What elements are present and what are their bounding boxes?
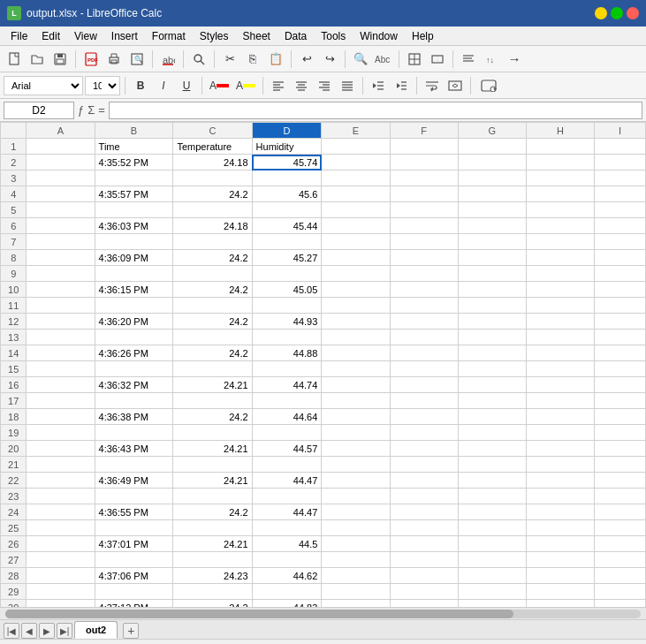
font-name-select[interactable]: Arial — [4, 76, 83, 95]
cell-A16[interactable] — [27, 377, 95, 393]
scroll-track[interactable] — [5, 610, 641, 618]
cell-G30[interactable] — [458, 600, 526, 608]
style-button[interactable]: ▼ — [475, 75, 502, 96]
cell-F22[interactable] — [390, 473, 458, 489]
align-justify-button[interactable] — [337, 75, 358, 96]
cell-C29[interactable] — [173, 584, 252, 600]
wrap-text-button[interactable] — [422, 75, 443, 96]
cell-E26[interactable] — [322, 536, 390, 552]
cell-G25[interactable] — [458, 520, 526, 536]
cell-H4[interactable] — [526, 186, 594, 202]
font-color-button[interactable]: A — [207, 75, 232, 96]
sort-asc-button[interactable]: ↑↓ — [481, 49, 502, 70]
cell-I9[interactable] — [595, 266, 646, 282]
cell-D21[interactable] — [252, 457, 322, 473]
cell-H13[interactable] — [526, 330, 594, 345]
cell-G1[interactable] — [458, 139, 526, 155]
cell-A11[interactable] — [27, 298, 95, 314]
cell-B22[interactable]: 4:36:49 PM — [95, 473, 173, 489]
cell-I10[interactable] — [595, 282, 646, 298]
cell-F30[interactable] — [390, 600, 458, 608]
row-number-16[interactable]: 16 — [1, 377, 27, 393]
cell-C12[interactable]: 24.2 — [173, 314, 252, 330]
row-number-25[interactable]: 25 — [1, 520, 27, 536]
tab-prev-button[interactable]: ◀ — [21, 623, 37, 639]
cell-C19[interactable] — [173, 425, 252, 441]
cell-F23[interactable] — [390, 489, 458, 504]
cell-H28[interactable] — [526, 568, 594, 584]
row-number-4[interactable]: 4 — [1, 186, 27, 202]
cell-F7[interactable] — [390, 234, 458, 250]
cell-E16[interactable] — [322, 377, 390, 393]
cell-A20[interactable] — [27, 441, 95, 457]
cell-E19[interactable] — [322, 425, 390, 441]
cell-E22[interactable] — [322, 473, 390, 489]
cell-I21[interactable] — [595, 457, 646, 473]
cell-H9[interactable] — [526, 266, 594, 282]
cell-I7[interactable] — [595, 234, 646, 250]
cell-H18[interactable] — [526, 409, 594, 425]
cell-D27[interactable] — [252, 552, 322, 568]
cell-E21[interactable] — [322, 457, 390, 473]
cell-G20[interactable] — [458, 441, 526, 457]
cell-G8[interactable] — [458, 250, 526, 266]
cell-B30[interactable]: 4:37:12 PM — [95, 600, 173, 608]
cell-E23[interactable] — [322, 489, 390, 504]
cell-F26[interactable] — [390, 536, 458, 552]
cell-G22[interactable] — [458, 473, 526, 489]
cell-A10[interactable] — [27, 282, 95, 298]
cell-C14[interactable]: 24.2 — [173, 345, 252, 361]
cell-F21[interactable] — [390, 457, 458, 473]
row-number-7[interactable]: 7 — [1, 234, 27, 250]
cell-E17[interactable] — [322, 393, 390, 409]
cell-G24[interactable] — [458, 504, 526, 520]
cell-G2[interactable] — [458, 155, 526, 170]
row-number-13[interactable]: 13 — [1, 330, 27, 345]
cell-G19[interactable] — [458, 425, 526, 441]
cell-A12[interactable] — [27, 314, 95, 330]
menu-window[interactable]: Window — [353, 28, 405, 44]
cell-F11[interactable] — [390, 298, 458, 314]
cell-B6[interactable]: 4:36:03 PM — [95, 218, 173, 234]
cell-I3[interactable] — [595, 170, 646, 186]
tab-first-button[interactable]: |◀ — [4, 623, 19, 639]
row-number-20[interactable]: 20 — [1, 441, 27, 457]
cell-A29[interactable] — [27, 584, 95, 600]
cell-B9[interactable] — [95, 266, 173, 282]
cell-B7[interactable] — [95, 234, 173, 250]
row-number-1[interactable]: 1 — [1, 139, 27, 155]
cell-B2[interactable]: 4:35:52 PM — [95, 155, 173, 170]
cell-F8[interactable] — [390, 250, 458, 266]
cell-E3[interactable] — [322, 170, 390, 186]
cell-B19[interactable] — [95, 425, 173, 441]
cell-F19[interactable] — [390, 425, 458, 441]
row-number-5[interactable]: 5 — [1, 202, 27, 218]
cell-A17[interactable] — [27, 393, 95, 409]
row-number-2[interactable]: 2 — [1, 155, 27, 170]
cell-B18[interactable]: 4:36:38 PM — [95, 409, 173, 425]
row-number-29[interactable]: 29 — [1, 584, 27, 600]
cell-A26[interactable] — [27, 536, 95, 552]
cell-E13[interactable] — [322, 330, 390, 345]
cell-C30[interactable]: 24.2 — [173, 600, 252, 608]
cell-A6[interactable] — [27, 218, 95, 234]
cell-C4[interactable]: 24.2 — [173, 186, 252, 202]
close-button[interactable]: × — [627, 7, 639, 19]
cell-C10[interactable]: 24.2 — [173, 282, 252, 298]
formula-input[interactable] — [109, 102, 642, 119]
cell-D15[interactable] — [252, 361, 322, 377]
cell-B26[interactable]: 4:37:01 PM — [95, 536, 173, 552]
cell-G11[interactable] — [458, 298, 526, 314]
cell-H12[interactable] — [526, 314, 594, 330]
cell-B29[interactable] — [95, 584, 173, 600]
cell-H8[interactable] — [526, 250, 594, 266]
cell-E20[interactable] — [322, 441, 390, 457]
cell-I6[interactable] — [595, 218, 646, 234]
cell-C2[interactable]: 24.18 — [173, 155, 252, 170]
find-button[interactable] — [188, 49, 209, 70]
tab-last-button[interactable]: ▶| — [57, 623, 72, 639]
add-sheet-button[interactable]: + — [123, 623, 139, 639]
spellcheck-abc-button[interactable]: Abc — [373, 49, 394, 70]
cell-B21[interactable] — [95, 457, 173, 473]
align-left-button[interactable] — [268, 75, 289, 96]
